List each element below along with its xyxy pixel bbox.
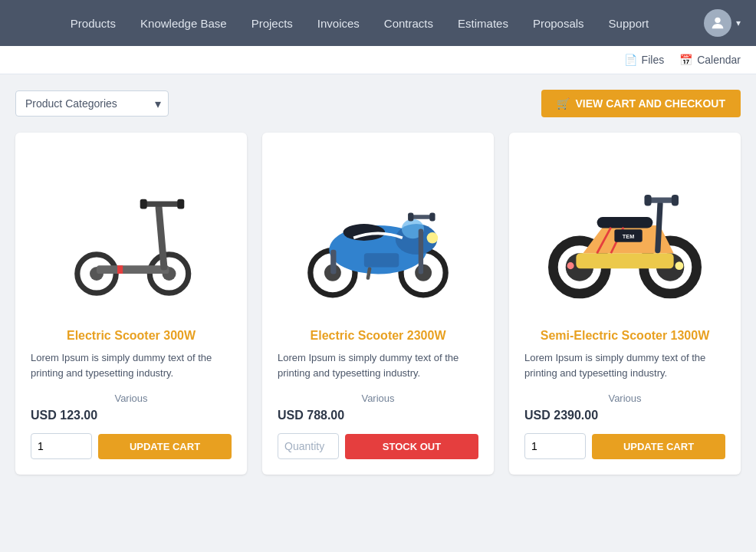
product-variant-scooter-300w: Various: [31, 393, 232, 404]
avatar: [704, 9, 731, 37]
svg-rect-20: [408, 213, 413, 222]
calendar-label: Calendar: [697, 54, 741, 66]
category-select[interactable]: Product Categories: [15, 90, 169, 117]
cart-icon: 🛒: [557, 97, 570, 110]
svg-point-39: [675, 261, 683, 270]
update-cart-button-semi-scooter-1300w[interactable]: UPDATE CART: [592, 434, 725, 459]
product-desc-scooter-2300w: Lorem Ipsum is simply dummy text of the …: [278, 350, 478, 380]
toolbar: 📄 Files 📅 Calendar: [0, 46, 756, 74]
svg-rect-23: [364, 253, 399, 267]
svg-rect-32: [597, 217, 653, 228]
svg-text:TEM: TEM: [623, 233, 634, 240]
product-image-semi-scooter-1300w: TEM: [524, 148, 725, 317]
svg-rect-22: [419, 228, 423, 274]
product-name-semi-scooter-1300w: Semi-Electric Scooter 1300W: [524, 329, 725, 343]
product-price-scooter-2300w: USD 788.00: [278, 409, 478, 422]
product-name-scooter-2300w: Electric Scooter 2300W: [278, 329, 478, 343]
nav-item-projects[interactable]: Projects: [241, 11, 304, 36]
nav-item-invoices[interactable]: Invoices: [307, 11, 370, 36]
svg-point-26: [427, 232, 439, 244]
svg-point-40: [567, 262, 574, 269]
stock-out-button-scooter-2300w[interactable]: STOCK OUT: [345, 434, 478, 459]
user-chevron-icon: ▾: [736, 18, 741, 28]
product-actions-semi-scooter-1300w: UPDATE CART: [524, 433, 725, 459]
product-name-scooter-300w: Electric Scooter 300W: [31, 329, 232, 343]
files-icon: 📄: [624, 54, 637, 66]
view-cart-button[interactable]: 🛒 VIEW CART AND CHECKOUT: [541, 90, 741, 117]
product-price-semi-scooter-1300w: USD 2390.00: [524, 409, 725, 422]
product-card-scooter-2300w: Electric Scooter 2300W Lorem Ipsum is si…: [262, 133, 494, 475]
qty-input-semi-scooter-1300w[interactable]: [524, 433, 586, 459]
svg-point-0: [715, 18, 720, 23]
product-actions-scooter-2300w: STOCK OUT: [278, 433, 478, 459]
nav-menu: Products Knowledge Base Projects Invoice…: [15, 11, 704, 36]
product-image-scooter-300w: [31, 148, 232, 317]
product-desc-semi-scooter-1300w: Lorem Ipsum is simply dummy text of the …: [524, 350, 725, 380]
user-menu[interactable]: ▾: [704, 9, 741, 37]
nav-item-estimates[interactable]: Estimates: [447, 11, 519, 36]
product-image-scooter-2300w: [278, 148, 478, 317]
products-grid: Electric Scooter 300W Lorem Ipsum is sim…: [15, 133, 741, 475]
product-price-scooter-300w: USD 123.00: [31, 409, 232, 422]
svg-rect-35: [644, 195, 651, 206]
product-desc-scooter-300w: Lorem Ipsum is simply dummy text of the …: [31, 350, 232, 380]
svg-point-14: [415, 264, 432, 281]
nav-item-proposals[interactable]: Proposals: [522, 11, 595, 36]
svg-rect-36: [672, 195, 679, 206]
files-button[interactable]: 📄 Files: [624, 54, 665, 66]
main-content: Product Categories 🛒 VIEW CART AND CHECK…: [0, 74, 756, 490]
svg-rect-24: [330, 250, 336, 274]
product-card-semi-scooter-1300w: TEM Semi-Electric Scooter 1300W Lorem Ip…: [509, 133, 741, 475]
qty-input-scooter-300w[interactable]: [31, 433, 92, 459]
nav-item-contracts[interactable]: Contracts: [373, 11, 444, 36]
svg-rect-10: [117, 265, 123, 274]
controls-row: Product Categories 🛒 VIEW CART AND CHECK…: [15, 90, 741, 117]
svg-rect-31: [576, 253, 673, 268]
category-select-wrapper: Product Categories: [15, 90, 169, 117]
nav-item-knowledge-base[interactable]: Knowledge Base: [130, 11, 238, 36]
product-actions-scooter-300w: UPDATE CART: [31, 433, 232, 459]
svg-rect-7: [142, 202, 183, 207]
svg-rect-21: [429, 213, 435, 222]
files-label: Files: [642, 54, 665, 66]
calendar-icon: 📅: [679, 54, 692, 66]
qty-input-scooter-2300w[interactable]: [278, 433, 339, 459]
svg-rect-9: [177, 199, 184, 209]
svg-rect-5: [97, 265, 169, 274]
nav-item-products[interactable]: Products: [60, 11, 127, 36]
product-card-scooter-300w: Electric Scooter 300W Lorem Ipsum is sim…: [15, 133, 247, 475]
svg-rect-8: [140, 199, 147, 209]
product-variant-scooter-2300w: Various: [278, 393, 478, 404]
product-variant-semi-scooter-1300w: Various: [524, 393, 725, 404]
view-cart-label: VIEW CART AND CHECKOUT: [576, 97, 725, 110]
calendar-button[interactable]: 📅 Calendar: [679, 54, 741, 66]
nav-item-support[interactable]: Support: [598, 11, 660, 36]
update-cart-button-scooter-300w[interactable]: UPDATE CART: [98, 434, 232, 459]
